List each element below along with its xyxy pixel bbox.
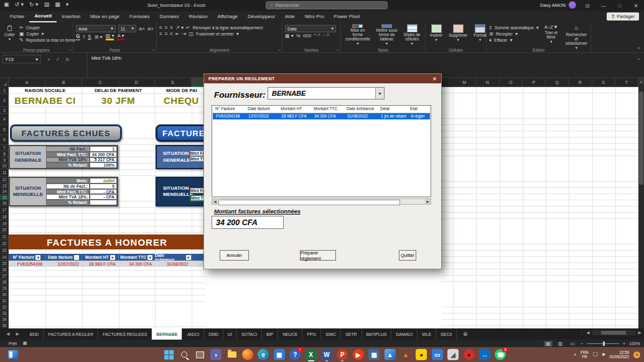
tab-options-icon[interactable]: ⋮ — [579, 330, 584, 335]
listbox-horizontal-scrollbar[interactable]: ◀ ▶ — [212, 198, 431, 205]
column-header-q[interactable]: Q — [546, 78, 569, 87]
row-header-34[interactable]: 34 — [0, 317, 9, 323]
montant-selection-field[interactable]: 34 200 CFA — [212, 216, 284, 229]
row-header-25[interactable]: 25 — [0, 261, 9, 267]
language-indicator[interactable]: FRAFR — [581, 350, 589, 359]
hscroll-right-icon[interactable]: ▶ — [638, 330, 642, 335]
search-input[interactable]: ○ Rechercher — [266, 1, 388, 9]
scroll-left-icon[interactable]: ◀ — [212, 199, 218, 204]
edge-icon[interactable]: e — [258, 349, 269, 360]
filter-icon[interactable]: ▾ — [186, 255, 191, 260]
fournisseur-combobox[interactable]: BERNABE ▼ — [268, 87, 385, 100]
menu-tab-r-vision[interactable]: Révision — [184, 11, 213, 22]
factures-echues-button[interactable]: FACTURES ECHUES — [10, 124, 122, 142]
new-sheet-icon[interactable]: ⊕ — [457, 328, 474, 340]
decrease-decimal-icon[interactable]: ⁻·⁰ — [322, 33, 329, 39]
undo-icon[interactable]: ↺ ▾ — [15, 1, 24, 7]
align-top-icon[interactable]: ≡ — [159, 25, 162, 30]
sheet-tab-jadci[interactable]: JADCI — [182, 328, 204, 340]
font-size-select[interactable]: 11▾ — [118, 25, 136, 32]
row-header-23[interactable]: 23 — [0, 247, 9, 254]
percent-style-icon[interactable]: % — [296, 33, 301, 39]
firefox-icon[interactable] — [242, 349, 253, 360]
file-explorer-icon[interactable] — [226, 349, 238, 360]
table-cell[interactable]: 34 200 CFA — [119, 261, 156, 267]
row-header-14[interactable]: 14 — [0, 188, 9, 195]
sm-value[interactable] — [90, 200, 117, 205]
table-header-date-ch-ance[interactable]: Date échéance▾ — [155, 254, 192, 261]
increase-indent-icon[interactable]: ⇥ — [182, 31, 187, 37]
table-header-montant-ttc[interactable]: Montant TTC▾ — [119, 254, 156, 261]
table-cell[interactable]: 12/07/2022 — [45, 261, 82, 267]
hscroll-left-icon[interactable]: ◀ — [586, 330, 589, 335]
cast-screen-icon[interactable]: 🖵︎ — [593, 351, 598, 358]
close-button[interactable]: ✕ — [628, 0, 644, 11]
save-icon[interactable]: ▣ — [4, 1, 9, 7]
number-format-select[interactable]: Date▾ — [285, 25, 336, 32]
dialog-title-bar[interactable]: PREPARER UN REGLEMENT — [204, 74, 441, 83]
sg-value[interactable]: 5 217 CFA — [90, 157, 117, 163]
hscroll-thumb[interactable] — [218, 200, 400, 205]
align-center-icon[interactable]: ≡ — [165, 31, 168, 37]
row-header-31[interactable]: 31 — [0, 298, 9, 304]
selected-facture-row[interactable]: FVE025419812/07/202228 983 F CFA34 200 C… — [213, 113, 430, 119]
annuler-button[interactable]: Annuler — [220, 250, 249, 261]
column-header-s[interactable]: S — [592, 78, 615, 87]
format-painter-button[interactable]: ✎Reproduire la mise en forme — [19, 37, 75, 43]
cut-button[interactable]: ✂Couper — [19, 25, 75, 30]
font-name-select[interactable]: Arial▾ — [76, 25, 116, 32]
search-icon[interactable] — [179, 349, 190, 360]
vertical-scrollbar[interactable]: ▲ — [638, 78, 644, 328]
sheet-tab-bernabe[interactable]: BERNABE — [152, 328, 182, 340]
row-header-21[interactable]: 21 — [0, 233, 9, 240]
conditional-formatting-button[interactable]: Mise en forme conditionnelle▾ — [343, 24, 372, 46]
row-header-13[interactable]: 13 — [0, 183, 9, 188]
row-header-29[interactable]: 29 — [0, 285, 9, 292]
row-header-9[interactable]: 9 — [0, 157, 9, 163]
avatar[interactable] — [569, 1, 576, 9]
scroll-up-icon[interactable]: ▲ — [638, 78, 644, 85]
column-header-d[interactable]: D — [119, 78, 156, 87]
row-header-22[interactable]: 22 — [0, 240, 9, 247]
cell-styles-button[interactable]: Styles de cellules▾ — [401, 24, 422, 46]
share-button[interactable]: ↥ Partager — [607, 12, 639, 21]
next-sheet-icon[interactable]: ▶ — [16, 332, 19, 336]
maximize-button[interactable]: □ — [612, 0, 628, 11]
row-header-5[interactable]: 5 — [0, 124, 9, 135]
format-as-table-button[interactable]: Mettre sous forme de tableau▾ — [374, 24, 399, 46]
factures-listbox[interactable]: N° FactureDate factureMontant HTMontant … — [212, 105, 431, 197]
comma-style-icon[interactable]: 000 — [303, 33, 311, 39]
row-header-3[interactable]: 3 — [0, 107, 9, 114]
sheet-tab-ppg[interactable]: PPG — [302, 328, 321, 340]
vlc-icon[interactable]: ▲ — [400, 349, 411, 360]
table-header-n-facture[interactable]: N° Facture▾ — [9, 254, 45, 261]
row-header-30[interactable]: 30 — [0, 292, 9, 298]
sheet-tab-wle[interactable]: WLE — [418, 328, 436, 340]
column-header-r[interactable]: R — [569, 78, 592, 87]
row-header-27[interactable]: 27 — [0, 273, 9, 279]
row-header-1[interactable]: 1 — [0, 87, 9, 94]
clipboard-dialog-launcher[interactable]: ⌐ — [69, 48, 72, 52]
filter-icon[interactable]: ↓ — [74, 255, 79, 260]
normal-view-icon[interactable]: ▦ — [544, 341, 553, 346]
row-header-32[interactable]: 32 — [0, 304, 9, 310]
cell-raison-sociale-value[interactable]: BERNABE CI — [9, 94, 82, 107]
redo-icon[interactable]: ↻ ▾ — [29, 1, 39, 7]
merge-center-button[interactable]: Fusionner et centrer — [196, 32, 234, 36]
row-header-19[interactable]: 19 — [0, 220, 9, 227]
menu-tab-power-pivot[interactable]: Power Pivot — [329, 11, 365, 22]
column-header-t[interactable]: T — [615, 78, 638, 87]
autosum-button[interactable]: ΣSomme automatique ▾ — [489, 25, 539, 30]
align-right-icon[interactable]: ≡ — [170, 31, 173, 37]
menu-tab-donn-es[interactable]: Données — [154, 11, 184, 22]
borders-icon[interactable]: ⊞ ▾ — [95, 34, 103, 40]
row-header-4[interactable]: 4 — [0, 114, 9, 124]
sheet-tab-bip[interactable]: BIP — [262, 328, 278, 340]
delete-cells-button[interactable]: Supprimer▾ — [447, 24, 469, 46]
account-chip[interactable]: Davy AMON — [540, 1, 576, 9]
cell-delai-paiement-value[interactable]: 30 JFM — [82, 94, 155, 107]
page-layout-view-icon[interactable]: ▥ — [556, 341, 565, 346]
row-header-18[interactable]: 18 — [0, 213, 9, 220]
zoom-out-icon[interactable]: − — [581, 341, 583, 346]
column-header-a[interactable]: A — [9, 78, 45, 87]
